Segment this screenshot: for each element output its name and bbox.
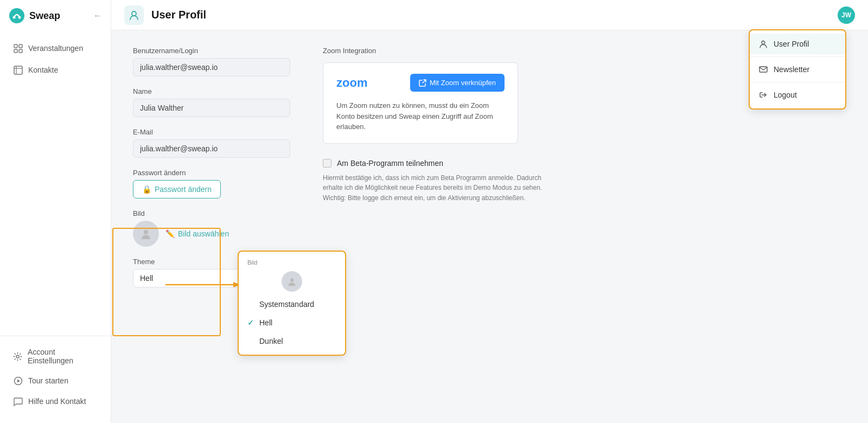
passwort-group: Passwort ändern 🔒 Passwort ändern bbox=[133, 169, 290, 198]
user-menu: User Profil Newsletter Logout bbox=[749, 29, 846, 110]
zoom-logo: zoom bbox=[336, 76, 367, 90]
zoom-header: zoom Mit Zoom verknüpfen bbox=[336, 74, 505, 92]
passwort-btn-label: Passwort ändern bbox=[155, 185, 212, 194]
bild-group: Bild ✏️ Bild auswählen bbox=[133, 209, 290, 247]
dropdown-avatar-placeholder bbox=[282, 271, 302, 292]
avatar-btn[interactable]: JW bbox=[838, 7, 855, 24]
check-icon-hell: ✓ bbox=[247, 318, 255, 327]
lock-icon: 🔒 bbox=[142, 185, 151, 194]
svg-point-2 bbox=[18, 16, 21, 19]
benutzername-input[interactable] bbox=[133, 58, 290, 76]
bild-select-btn[interactable]: ✏️ Bild auswählen bbox=[165, 229, 229, 238]
dropdown-item-hell[interactable]: ✓ Hell bbox=[239, 313, 345, 332]
dropdown-item-systemstandard[interactable]: Systemstandard bbox=[239, 295, 345, 313]
svg-rect-19 bbox=[760, 67, 767, 72]
chat-icon bbox=[13, 396, 23, 406]
user-menu-item-logout[interactable]: Logout bbox=[750, 85, 845, 105]
logout-icon bbox=[758, 90, 768, 100]
svg-point-0 bbox=[9, 8, 24, 23]
user-menu-label-logout: Logout bbox=[774, 91, 797, 99]
bild-section: ✏️ Bild auswählen bbox=[133, 221, 290, 247]
page-title: User Profil bbox=[151, 9, 206, 21]
grid-icon bbox=[13, 43, 23, 53]
dropdown-label-hell: Hell bbox=[259, 318, 272, 327]
sidebar-item-label-tour: Tour starten bbox=[28, 376, 68, 385]
sidebar: Sweap ← Veranstaltungen Kontakte bbox=[0, 0, 111, 423]
svg-rect-6 bbox=[19, 49, 22, 53]
page-icon bbox=[124, 5, 144, 25]
passwort-label: Passwort ändern bbox=[133, 169, 290, 177]
menu-divider-1 bbox=[750, 56, 845, 57]
dropdown-label-systemstandard: Systemstandard bbox=[259, 300, 314, 309]
sidebar-item-account[interactable]: Account Einstellungen bbox=[4, 343, 106, 370]
email-input[interactable] bbox=[133, 139, 290, 158]
beta-section: Am Beta-Programm teilnehmen Hiermit best… bbox=[323, 159, 846, 203]
sidebar-bottom: Account Einstellungen Tour starten Hilfe… bbox=[0, 336, 111, 423]
user-menu-label-profil: User Profil bbox=[774, 40, 809, 48]
svg-point-1 bbox=[13, 16, 16, 19]
svg-point-13 bbox=[132, 11, 136, 16]
external-link-icon bbox=[419, 79, 426, 87]
theme-dropdown: Bild Systemstandard ✓ Hell Dunkel bbox=[238, 251, 346, 356]
svg-point-17 bbox=[290, 278, 294, 282]
beta-description: Hiermit bestätige ich, dass ich mich zum… bbox=[323, 173, 561, 203]
topbar: User Profil JW bbox=[111, 0, 868, 30]
sidebar-collapse-btn[interactable]: ← bbox=[93, 11, 102, 21]
sidebar-item-kontakte[interactable]: Kontakte bbox=[4, 60, 106, 80]
topbar-left: User Profil bbox=[124, 5, 206, 25]
zoom-connect-label: Mit Zoom verknüpfen bbox=[430, 79, 496, 87]
beta-checkbox[interactable] bbox=[323, 159, 331, 168]
svg-rect-7 bbox=[14, 66, 22, 74]
bild-label: Bild bbox=[133, 209, 290, 217]
zoom-connect-btn[interactable]: Mit Zoom verknüpfen bbox=[410, 74, 505, 92]
sidebar-item-hilfe[interactable]: Hilfe und Kontakt bbox=[4, 392, 106, 411]
sidebar-item-label-hilfe: Hilfe und Kontakt bbox=[28, 397, 86, 406]
svg-point-10 bbox=[16, 355, 19, 358]
sidebar-item-label-veranstaltungen: Veranstaltungen bbox=[28, 44, 83, 53]
beta-checkbox-row: Am Beta-Programm teilnehmen bbox=[323, 159, 846, 168]
name-group: Name bbox=[133, 87, 290, 117]
logo-text: Sweap bbox=[29, 10, 60, 22]
zoom-description: Um Zoom nutzen zu können, musst du ein Z… bbox=[336, 100, 499, 132]
theme-dropdown-label: Bild bbox=[239, 256, 345, 268]
svg-marker-12 bbox=[17, 379, 20, 382]
zoom-box: zoom Mit Zoom verknüpfen Um Zoom nutzen … bbox=[323, 62, 518, 144]
svg-rect-4 bbox=[19, 44, 22, 48]
sweap-logo-icon bbox=[9, 8, 25, 24]
person-icon bbox=[758, 39, 768, 49]
menu-divider-2 bbox=[750, 82, 845, 82]
envelope-icon bbox=[758, 65, 768, 74]
bild-select-label: Bild auswählen bbox=[178, 229, 229, 238]
svg-point-14 bbox=[144, 230, 148, 234]
gear-icon bbox=[13, 351, 22, 361]
sidebar-item-label-kontakte: Kontakte bbox=[28, 66, 58, 74]
name-label: Name bbox=[133, 87, 290, 95]
contact-icon bbox=[13, 65, 23, 75]
sidebar-nav: Veranstaltungen Kontakte bbox=[0, 31, 111, 336]
play-circle-icon bbox=[13, 376, 23, 386]
email-group: E-Mail bbox=[133, 128, 290, 158]
logo-area: Sweap ← bbox=[0, 0, 111, 31]
dropdown-item-dunkel[interactable]: Dunkel bbox=[239, 332, 345, 350]
user-menu-item-profil[interactable]: User Profil bbox=[750, 34, 845, 54]
benutzername-label: Benutzername/Login bbox=[133, 47, 290, 55]
beta-label: Am Beta-Programm teilnehmen bbox=[337, 159, 443, 168]
user-menu-item-newsletter[interactable]: Newsletter bbox=[750, 59, 845, 80]
benutzername-group: Benutzername/Login bbox=[133, 47, 290, 76]
email-label: E-Mail bbox=[133, 128, 290, 136]
passwort-aendern-btn[interactable]: 🔒 Passwort ändern bbox=[133, 180, 221, 198]
svg-point-18 bbox=[762, 41, 765, 44]
sidebar-item-veranstaltungen[interactable]: Veranstaltungen bbox=[4, 38, 106, 59]
pencil-icon: ✏️ bbox=[165, 229, 175, 238]
user-menu-label-newsletter: Newsletter bbox=[774, 65, 809, 74]
svg-rect-3 bbox=[14, 44, 17, 48]
sidebar-item-label-account: Account Einstellungen bbox=[28, 348, 98, 365]
sidebar-item-tour[interactable]: Tour starten bbox=[4, 371, 106, 390]
svg-rect-5 bbox=[14, 49, 17, 53]
avatar-placeholder bbox=[133, 221, 159, 247]
dropdown-label-dunkel: Dunkel bbox=[259, 337, 283, 345]
name-input[interactable] bbox=[133, 99, 290, 117]
